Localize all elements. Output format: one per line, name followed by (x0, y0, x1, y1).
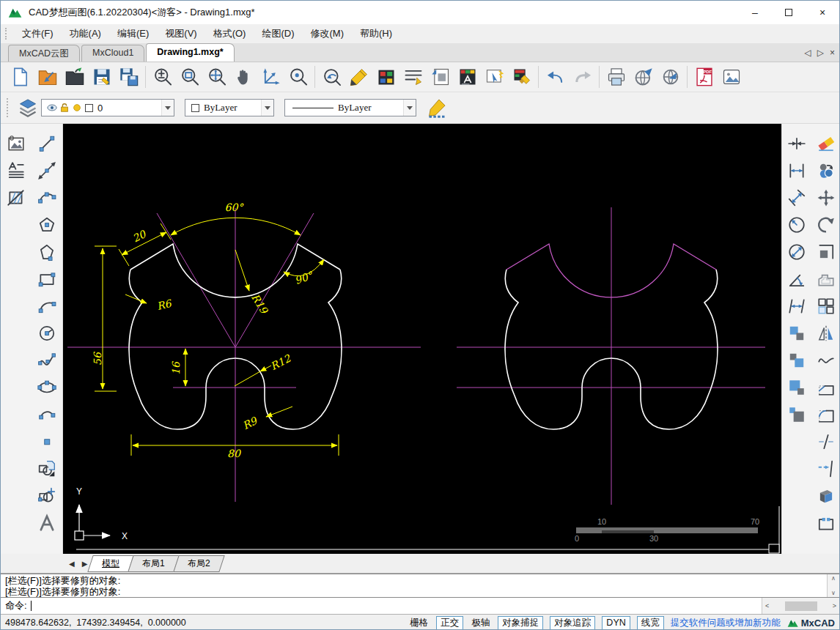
open-cloud-file-button[interactable] (34, 64, 61, 90)
extend-button[interactable] (813, 455, 839, 482)
menu-function[interactable]: 功能(A) (62, 25, 109, 42)
zoom-previous-button[interactable] (318, 64, 345, 90)
array-button[interactable] (813, 292, 839, 319)
polygon-button[interactable] (34, 211, 60, 238)
draw-color-button[interactable] (345, 64, 372, 90)
break-button[interactable] (813, 428, 839, 455)
menu-modify[interactable]: 修改(M) (302, 25, 352, 42)
dim-diameter-button[interactable] (784, 238, 810, 265)
pan-button[interactable] (230, 64, 257, 90)
make-block-button[interactable] (34, 482, 60, 509)
close-button[interactable]: × (806, 1, 839, 24)
offset-button[interactable] (813, 265, 839, 292)
copy-button[interactable] (813, 157, 839, 184)
select-objects-button[interactable] (481, 64, 508, 90)
point-button[interactable] (34, 428, 60, 455)
tab-model[interactable]: 模型 (88, 555, 134, 572)
scale-cop-d-button[interactable] (784, 401, 810, 428)
tab-mxcad-cloud[interactable]: MxCAD云图 (8, 45, 80, 62)
insert-block-button[interactable] (34, 455, 60, 482)
stretch-button[interactable] (813, 238, 839, 265)
scroll-up-icon[interactable]: ∧ (831, 575, 836, 582)
ellipse-button[interactable] (34, 374, 60, 401)
insert-image-button[interactable] (718, 64, 745, 90)
edit-spline-button[interactable] (813, 346, 839, 374)
linetype-select[interactable]: ByLayer (284, 99, 416, 116)
drawing-canvas[interactable]: 60° 20 56 R6 R19 90° 16 R12 R9 80 Y X (63, 124, 781, 554)
rotate-button[interactable] (813, 211, 839, 238)
rectangle-button[interactable] (34, 265, 60, 292)
move-button[interactable] (813, 184, 839, 211)
new-file-button[interactable] (7, 64, 34, 90)
line-button[interactable] (34, 130, 60, 157)
save-file-button[interactable] (88, 64, 115, 90)
dim-linear-button[interactable] (784, 157, 810, 184)
scrollbar-thumb[interactable] (785, 601, 817, 611)
toggle-osnap[interactable]: 对象捕捉 (498, 616, 543, 630)
dim-angular-button[interactable] (784, 265, 810, 292)
menu-draw[interactable]: 绘图(D) (254, 25, 302, 42)
toggle-grid[interactable]: 栅格 (408, 617, 430, 629)
scale-cop-c-button[interactable] (784, 374, 810, 401)
toggle-dyn[interactable]: DYN (602, 616, 630, 630)
undo-button[interactable] (542, 64, 569, 90)
export-pdf-button[interactable] (690, 64, 718, 90)
menu-format[interactable]: 格式(O) (205, 25, 254, 42)
chamfer-button[interactable] (813, 374, 839, 401)
scroll-right-icon[interactable]: > (833, 602, 836, 609)
layer-manager-button[interactable] (15, 94, 41, 121)
color-palette-button[interactable] (372, 64, 399, 90)
tab-layout2[interactable]: 布局2 (173, 555, 224, 572)
menu-view[interactable]: 视图(V) (157, 25, 205, 42)
menu-file[interactable]: 文件(F) (14, 25, 62, 42)
web-open-button[interactable] (657, 64, 684, 90)
layout-prev-button[interactable]: ◀ (65, 560, 78, 568)
scale-cop-b-button[interactable] (784, 346, 810, 374)
viewport-button[interactable] (427, 64, 454, 90)
feedback-link[interactable]: 提交软件问题或增加新功能 (671, 617, 781, 629)
fillet-button[interactable] (813, 401, 839, 428)
command-input-scrollbar[interactable]: < > (762, 598, 839, 614)
construction-line-button[interactable] (34, 157, 60, 184)
multiline-text-button[interactable] (3, 157, 29, 184)
zoom-window-button[interactable] (176, 64, 203, 90)
minimize-button[interactable]: – (738, 1, 772, 24)
command-history-scrollbar[interactable]: ∧ ∨ (827, 574, 839, 597)
menu-help[interactable]: 帮助(H) (352, 25, 400, 42)
insert-raster-image-button[interactable] (3, 130, 29, 157)
tab-scroll-right-icon[interactable]: ▷ (817, 48, 824, 58)
toggle-ortho[interactable]: 正交 (436, 616, 463, 630)
dim-edit-button[interactable] (784, 130, 810, 157)
spline-button[interactable] (34, 346, 60, 374)
text-style-button[interactable] (454, 64, 481, 90)
web-publish-button[interactable] (630, 64, 657, 90)
arc-start-end-angle-button[interactable] (34, 401, 60, 428)
layer-select[interactable]: 0 (41, 99, 174, 116)
format-painter-button[interactable] (508, 64, 535, 90)
tab-layout1[interactable]: 布局1 (128, 555, 180, 572)
zoom-extents-button[interactable] (203, 64, 230, 90)
toggle-lineweight[interactable]: 线宽 (637, 616, 664, 630)
break-at-point-button[interactable] (813, 509, 839, 536)
erase-button[interactable] (813, 130, 839, 157)
tab-close-icon[interactable]: × (830, 48, 835, 58)
tab-mxcloud1[interactable]: MxCloud1 (81, 45, 144, 62)
single-line-text-button[interactable] (34, 509, 60, 536)
scroll-left-icon[interactable]: < (765, 602, 769, 609)
zoom-center-button[interactable] (284, 64, 312, 90)
scale-cop-a-button[interactable] (784, 319, 810, 346)
toggle-otrack[interactable]: 对象追踪 (550, 616, 595, 630)
polyline-button[interactable] (34, 238, 60, 265)
save-as-button[interactable] (115, 64, 142, 90)
tab-drawing1[interactable]: Drawing1.mxg* (146, 43, 234, 62)
tab-scroll-left-icon[interactable]: ◁ (805, 48, 811, 58)
menu-edit[interactable]: 编辑(E) (109, 25, 157, 42)
mirror-button[interactable] (813, 319, 839, 346)
print-button[interactable] (603, 64, 630, 90)
lineweight-pen-button[interactable] (424, 94, 450, 121)
color-select[interactable]: ByLayer (185, 99, 274, 116)
zoom-scale-button[interactable] (257, 64, 284, 90)
open-file-button[interactable] (61, 64, 88, 90)
linetype-dropdown-arrow[interactable] (403, 100, 416, 116)
hatch-button[interactable] (3, 184, 29, 211)
